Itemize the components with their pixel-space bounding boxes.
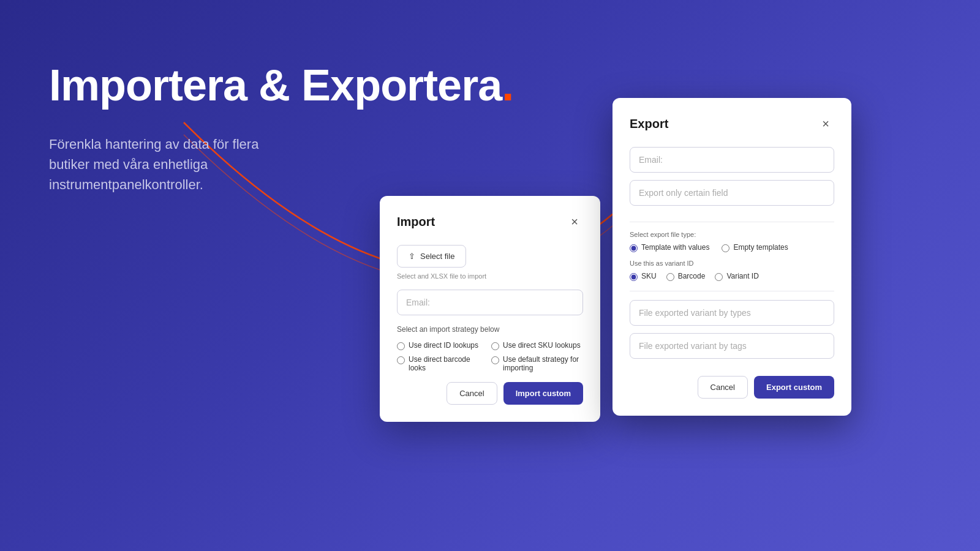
- divider-1: [630, 222, 834, 222]
- variant-id-options: SKU Barcode Variant ID: [630, 272, 834, 281]
- export-dialog-title: Export: [630, 117, 668, 131]
- strategy-option-4[interactable]: Use default strategy for importing: [491, 355, 583, 372]
- export-close-button[interactable]: ×: [817, 115, 834, 132]
- main-title: Importera & Exportera.: [49, 61, 513, 110]
- import-cancel-button[interactable]: Cancel: [447, 382, 497, 405]
- import-hint-text: Select and XLSX file to import: [397, 272, 583, 280]
- export-types-field[interactable]: [630, 300, 834, 326]
- export-submit-button[interactable]: Export custom: [754, 376, 834, 399]
- import-dialog-title: Import: [397, 215, 435, 229]
- hero-section: Importera & Exportera. Förenkla hanterin…: [49, 61, 513, 195]
- export-file-type-options: Template with values Empty templates: [630, 243, 834, 252]
- upload-icon: ⇧: [409, 252, 415, 261]
- import-dialog-header: Import ×: [397, 213, 583, 230]
- import-close-button[interactable]: ×: [566, 213, 583, 230]
- strategy-option-1[interactable]: Use direct ID lookups: [397, 341, 489, 350]
- import-email-field[interactable]: [397, 290, 583, 315]
- sku-option[interactable]: SKU: [630, 272, 657, 281]
- barcode-option[interactable]: Barcode: [666, 272, 706, 281]
- variant-id-option[interactable]: Variant ID: [715, 272, 758, 281]
- export-cancel-button[interactable]: Cancel: [698, 376, 748, 399]
- strategy-option-3[interactable]: Use direct barcode looks: [397, 355, 489, 372]
- variant-id-label: Use this as variant ID: [630, 260, 834, 267]
- divider-2: [630, 291, 834, 291]
- export-email-field[interactable]: [630, 147, 834, 173]
- import-strategy-options: Use direct ID lookups Use direct SKU loo…: [397, 341, 583, 372]
- import-dialog: Import × ⇧ Select file Select and XLSX f…: [380, 196, 600, 422]
- export-field-filter[interactable]: [630, 180, 834, 206]
- export-dialog: Export × Select export file type: Templa…: [612, 98, 851, 416]
- import-dialog-footer: Cancel Import custom: [397, 382, 583, 405]
- template-with-values-option[interactable]: Template with values: [630, 243, 709, 252]
- import-strategy-label: Select an import strategy below: [397, 325, 583, 334]
- import-submit-button[interactable]: Import custom: [503, 382, 583, 405]
- export-file-type-label: Select export file type:: [630, 231, 834, 238]
- subtitle: Förenkla hantering av data för flera but…: [49, 134, 343, 195]
- export-tags-field[interactable]: [630, 333, 834, 359]
- title-dot: .: [502, 61, 513, 110]
- strategy-option-2[interactable]: Use direct SKU lookups: [491, 341, 583, 350]
- export-dialog-header: Export ×: [630, 115, 834, 132]
- select-file-button[interactable]: ⇧ Select file: [397, 245, 466, 268]
- export-dialog-footer: Cancel Export custom: [630, 376, 834, 399]
- empty-templates-option[interactable]: Empty templates: [722, 243, 788, 252]
